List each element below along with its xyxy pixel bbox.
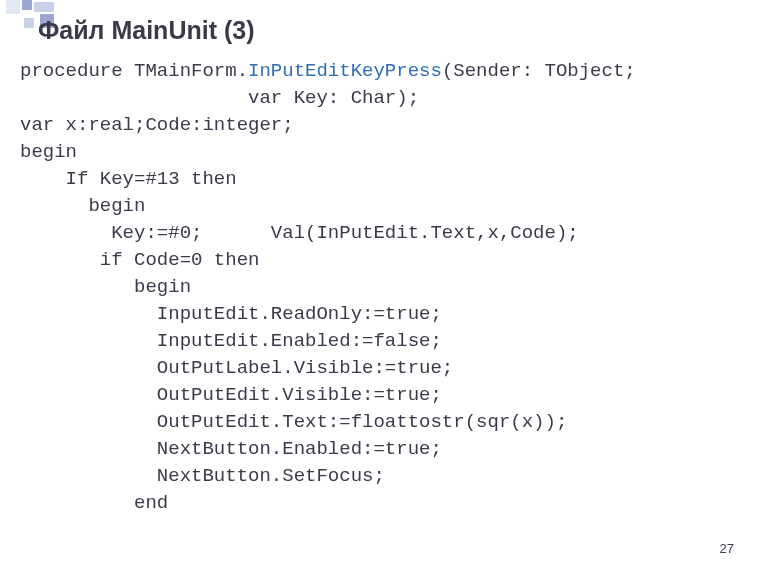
- code-line-8: if Code=0 then: [20, 249, 259, 271]
- code-line-12: OutPutLabel.Visible:=true;: [20, 357, 453, 379]
- code-block: procedure TMainForm.InPutEditKeyPress(Se…: [20, 58, 748, 517]
- page-title: Файл MainUnit (3): [38, 16, 254, 45]
- function-name: InPutEditKeyPress: [248, 60, 442, 82]
- code-line-16: NextButton.SetFocus;: [20, 465, 385, 487]
- code-line-3: var x:real;Code:integer;: [20, 114, 294, 136]
- code-line-4: begin: [20, 141, 77, 163]
- code-line-1a: procedure TMainForm.: [20, 60, 248, 82]
- code-line-15: NextButton.Enabled:=true;: [20, 438, 442, 460]
- code-line-6: begin: [20, 195, 145, 217]
- code-line-17: end: [20, 492, 168, 514]
- code-line-14: OutPutEdit.Text:=floattostr(sqr(x));: [20, 411, 567, 433]
- code-line-7: Key:=#0; Val(InPutEdit.Text,x,Code);: [20, 222, 579, 244]
- page-number: 27: [720, 541, 734, 556]
- code-line-13: OutPutEdit.Visible:=true;: [20, 384, 442, 406]
- code-line-11: InputEdit.Enabled:=false;: [20, 330, 442, 352]
- code-line-5: If Key=#13 then: [20, 168, 237, 190]
- code-line-1b: (Sender: TObject;: [442, 60, 636, 82]
- code-line-2: var Key: Char);: [20, 87, 419, 109]
- code-line-10: InputEdit.ReadOnly:=true;: [20, 303, 442, 325]
- code-line-9: begin: [20, 276, 191, 298]
